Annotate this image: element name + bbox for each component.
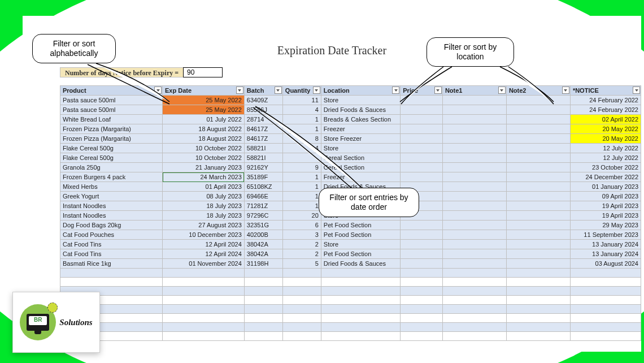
cell-empty[interactable] [244,287,282,296]
cell[interactable] [506,192,570,201]
cell[interactable]: 58821I [244,153,282,163]
cell[interactable]: Pet Food Section [321,221,400,230]
cell[interactable]: Cereal Section [321,163,400,172]
cell[interactable] [506,221,570,230]
cell[interactable]: 1 [282,115,321,124]
cell[interactable]: 25 May 2022 [163,105,245,115]
cell[interactable]: 28714 [244,115,282,124]
cell[interactable]: 13 January 2024 [570,240,641,249]
table-row[interactable]: Pasta sauce 500ml25 May 202263409Z11Stor… [60,96,641,105]
cell[interactable]: 38042A [244,249,282,259]
cell[interactable]: 69466E [244,192,282,201]
cell-empty[interactable] [282,287,321,296]
table-row[interactable]: Basmati Rice 1kg01 November 202431198H5D… [60,259,641,269]
cell-empty[interactable] [321,287,400,296]
cell[interactable]: Dog Food Bags 20kg [60,221,163,230]
cell-empty[interactable] [401,287,443,296]
cell[interactable]: 01 April 2023 [163,182,245,192]
cell[interactable] [401,153,443,163]
cell[interactable]: 12 April 2024 [163,240,245,249]
cell-empty[interactable] [163,323,245,332]
cell-empty[interactable] [442,323,506,332]
cell[interactable] [506,172,570,182]
cell[interactable] [442,105,506,115]
table-row[interactable]: Frozen Burgers 4 pack24 March 202335189F… [60,172,641,182]
cell-empty[interactable] [401,278,443,287]
cell[interactable]: 24 December 2022 [570,172,641,182]
cell-empty[interactable] [163,296,245,305]
table-row[interactable]: Cat Food Tins12 April 202438042A2Pet Foo… [60,249,641,259]
cell[interactable]: Dried Foods & Sauces [321,105,400,115]
table-row[interactable]: Frozen Pizza (Margarita)18 August 202284… [60,124,641,134]
cell[interactable]: 38042A [244,240,282,249]
cell-empty[interactable] [282,269,321,278]
cell[interactable]: 35189F [244,172,282,182]
filter-button[interactable] [154,87,162,94]
cell[interactable] [506,105,570,115]
cell[interactable]: 92162Y [244,163,282,172]
table-row[interactable]: Dog Food Bags 20kg27 August 202332351G6P… [60,221,641,230]
cell[interactable]: 1 [282,192,321,201]
cell[interactable]: 97296C [244,211,282,221]
cell[interactable]: 9 [282,163,321,172]
cell[interactable]: Dried Foods & Sauces [321,259,400,269]
cell[interactable]: 20 May 2022 [570,134,641,144]
cell[interactable]: Freezer [321,124,400,134]
cell[interactable]: 24 February 2022 [570,96,641,105]
cell[interactable]: 3 [282,230,321,240]
cell[interactable]: 09 April 2023 [570,192,641,201]
cell[interactable]: 27 August 2023 [163,221,245,230]
cell[interactable] [506,163,570,172]
cell[interactable]: Cereal Section [321,153,400,163]
table-row[interactable]: Cat Food Pouches10 December 202340200B3P… [60,230,641,240]
cell[interactable]: Pasta sauce 500ml [60,96,163,105]
table-row-empty[interactable] [60,323,641,332]
cell-empty[interactable] [570,278,641,287]
cell-empty[interactable] [570,305,641,314]
cell[interactable]: 03 August 2024 [570,259,641,269]
table-row[interactable]: White Bread Loaf01 July 2022287141Breads… [60,115,641,124]
cell[interactable]: 31198H [244,259,282,269]
cell[interactable]: 08 July 2023 [163,192,245,201]
cell[interactable] [442,172,506,182]
cell-empty[interactable] [163,305,245,314]
cell[interactable]: 13 January 2024 [570,249,641,259]
table-row-empty[interactable] [60,269,641,278]
cell[interactable] [442,240,506,249]
cell[interactable]: 01 January 2023 [570,182,641,192]
cell[interactable]: 5 [282,259,321,269]
cell[interactable]: Flake Cereal 500g [60,153,163,163]
cell[interactable]: 40200B [244,230,282,240]
cell[interactable] [442,249,506,259]
cell[interactable]: Pet Food Section [321,249,400,259]
cell[interactable]: 18 July 2023 [163,201,245,211]
cell[interactable]: 25 May 2022 [163,96,245,105]
cell-empty[interactable] [506,305,570,314]
cell[interactable]: Instant Noodles [60,211,163,221]
cell[interactable]: Store [321,96,400,105]
cell[interactable] [401,163,443,172]
cell[interactable]: 10 October 2022 [163,144,245,153]
cell[interactable]: Breads & Cakes Section [321,115,400,124]
cell-empty[interactable] [60,269,163,278]
cell[interactable]: Flake Cereal 500g [60,144,163,153]
filter-button[interactable] [498,87,506,94]
cell-empty[interactable] [506,287,570,296]
cell[interactable]: 1 [282,124,321,134]
cell[interactable]: White Bread Loaf [60,115,163,124]
cell-empty[interactable] [506,269,570,278]
cell[interactable] [442,144,506,153]
cell[interactable] [442,134,506,144]
cell[interactable]: Store [321,144,400,153]
cell-empty[interactable] [163,278,245,287]
cell[interactable] [506,144,570,153]
cell-empty[interactable] [401,314,443,323]
cell[interactable]: 21 January 2023 [163,163,245,172]
cell-empty[interactable] [321,323,400,332]
cell-empty[interactable] [570,332,641,341]
cell-empty[interactable] [442,332,506,341]
cell-empty[interactable] [506,332,570,341]
cell-empty[interactable] [163,314,245,323]
table-row-empty[interactable] [60,278,641,287]
cell-empty[interactable] [321,269,400,278]
